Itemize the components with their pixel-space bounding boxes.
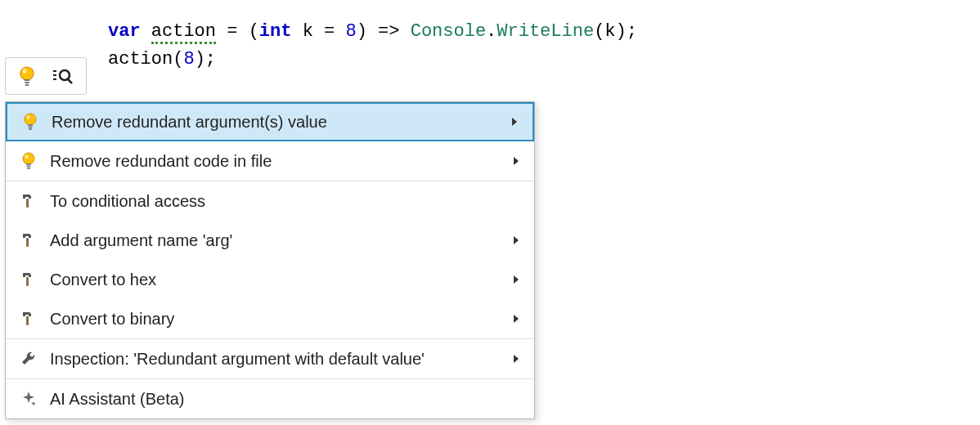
svg-rect-14 — [29, 128, 32, 130]
identifier-action2: action — [108, 49, 173, 69]
menu-item-3[interactable]: Add argument name 'arg' — [6, 221, 534, 260]
svg-line-9 — [68, 79, 72, 83]
svg-rect-20 — [26, 199, 29, 208]
chevron-right-icon — [505, 116, 524, 128]
menu-item-label: Convert to binary — [45, 310, 506, 329]
keyword-int: int — [259, 21, 292, 42]
menu-item-label: AI Assistant (Beta) — [45, 390, 526, 409]
quick-fix-indicator[interactable] — [5, 57, 87, 95]
svg-point-10 — [25, 114, 36, 125]
keyword-var: var — [108, 21, 141, 42]
bulb-yellow-icon — [14, 112, 47, 132]
svg-rect-12 — [28, 124, 33, 126]
menu-item-4[interactable]: Convert to hex — [6, 260, 534, 299]
svg-point-15 — [23, 153, 34, 164]
svg-rect-4 — [25, 84, 29, 86]
chevron-right-icon — [506, 235, 526, 246]
menu-item-0[interactable]: Remove redundant argument(s) value — [6, 102, 534, 141]
svg-rect-21 — [26, 238, 29, 247]
method-writeline: WriteLine — [497, 21, 594, 42]
svg-rect-17 — [26, 163, 31, 165]
chevron-right-icon — [506, 274, 526, 285]
code-arg: k — [605, 21, 615, 42]
svg-point-8 — [60, 70, 70, 80]
svg-rect-18 — [26, 166, 30, 168]
code-open2: ( — [173, 49, 183, 69]
identifier-action: action — [151, 21, 216, 44]
svg-rect-3 — [25, 82, 29, 83]
chevron-right-icon — [506, 353, 526, 365]
menu-item-1[interactable]: Remove redundant code in file — [6, 141, 534, 181]
bulb-yellow-icon — [12, 151, 45, 171]
code-editor[interactable]: var action = (int k = 8) => Console.Writ… — [0, 0, 980, 74]
lightbulb-icon — [18, 65, 36, 87]
sparkle-icon — [12, 390, 45, 408]
hammer-icon — [12, 310, 45, 328]
svg-point-0 — [20, 67, 34, 80]
code-open: ( — [594, 21, 605, 42]
svg-rect-19 — [27, 168, 30, 169]
hammer-icon — [12, 192, 45, 210]
chevron-right-icon — [506, 155, 526, 167]
svg-rect-2 — [25, 79, 30, 81]
svg-rect-13 — [28, 127, 32, 128]
svg-point-11 — [27, 115, 30, 119]
menu-item-7[interactable]: AI Assistant (Beta) — [6, 379, 534, 418]
literal-8: 8 — [345, 21, 356, 42]
chevron-right-icon — [506, 313, 526, 324]
literal-8b: 8 — [183, 49, 194, 69]
hammer-icon — [12, 271, 45, 289]
menu-item-label: Add argument name 'arg' — [45, 231, 506, 250]
menu-item-label: Remove redundant argument(s) value — [47, 113, 505, 132]
menu-item-5[interactable]: Convert to binary — [6, 299, 534, 338]
code-arrow: ) => — [357, 21, 411, 42]
code-close: ); — [616, 21, 637, 42]
context-menu: Remove redundant argument(s) valueRemove… — [5, 101, 535, 419]
menu-item-2[interactable]: To conditional access — [6, 181, 534, 221]
menu-item-label: Inspection: 'Redundant argument with def… — [45, 350, 506, 369]
svg-point-16 — [25, 154, 29, 159]
code-close2: ); — [195, 49, 216, 69]
wrench-icon — [12, 350, 45, 368]
svg-point-1 — [23, 69, 27, 74]
menu-item-label: Remove redundant code in file — [45, 152, 506, 171]
code-dot: . — [486, 21, 497, 42]
code-k: k = — [291, 21, 345, 42]
menu-item-label: Convert to hex — [45, 271, 506, 289]
find-icon — [51, 66, 74, 86]
svg-rect-23 — [26, 316, 29, 325]
menu-item-6[interactable]: Inspection: 'Redundant argument with def… — [6, 339, 534, 378]
code-eq: = ( — [216, 21, 259, 42]
svg-rect-22 — [26, 277, 29, 286]
hammer-icon — [12, 231, 45, 249]
type-console: Console — [411, 21, 486, 42]
menu-item-label: To conditional access — [45, 192, 526, 211]
